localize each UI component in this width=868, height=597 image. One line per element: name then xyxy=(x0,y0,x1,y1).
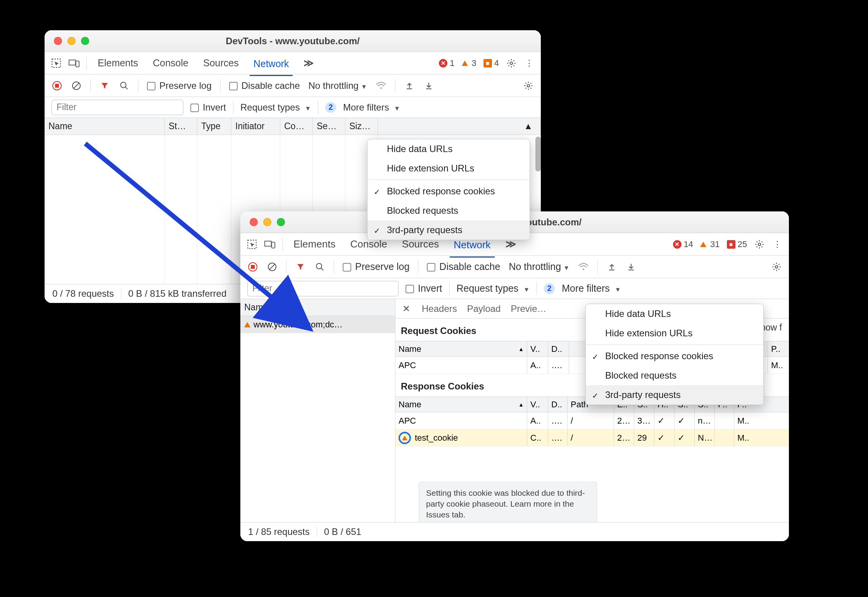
col-status[interactable]: St… xyxy=(165,118,197,135)
col-name[interactable]: Name▲ xyxy=(395,341,527,356)
svg-line-24 xyxy=(85,144,306,326)
tab-headers[interactable]: Headers xyxy=(422,303,457,314)
cookie-row[interactable]: APC A.. …. / 2… 3… ✓ ✓ n… M.. xyxy=(395,412,789,429)
filter-icon[interactable] xyxy=(99,80,110,91)
invert-checkbox[interactable]: Invert xyxy=(406,283,442,294)
throttle-label: No throttling xyxy=(509,261,561,272)
menu-3rd-party-requests[interactable]: ✓3rd-party requests xyxy=(368,220,530,240)
menu-blocked-requests[interactable]: Blocked requests xyxy=(586,366,763,385)
col-value[interactable]: V.. xyxy=(527,341,548,356)
clear-icon[interactable] xyxy=(71,80,82,91)
col-name[interactable]: Name xyxy=(45,118,165,135)
close-details-icon[interactable]: ✕ xyxy=(401,303,412,314)
settings-gear-icon[interactable] xyxy=(771,261,782,272)
settings-gear-icon[interactable] xyxy=(523,80,534,91)
inspect-icon[interactable] xyxy=(51,58,62,69)
cookie-secure: ✓ xyxy=(675,412,695,429)
col-size[interactable]: Siz… xyxy=(345,118,378,135)
invert-checkbox[interactable]: Invert xyxy=(190,102,226,113)
cookie-size: 3… xyxy=(634,412,654,429)
close-window-icon[interactable] xyxy=(54,37,62,45)
menu-item-label: 3rd-party requests xyxy=(605,389,681,400)
tabs-overflow[interactable]: ≫ xyxy=(300,55,318,71)
col-name[interactable]: Name▲ xyxy=(395,397,527,412)
menu-item-label: Hide extension URLs xyxy=(605,328,692,338)
cookie-httponly: ✓ xyxy=(654,429,675,446)
preserve-log-label: Preserve log xyxy=(355,261,409,272)
upload-icon[interactable] xyxy=(606,261,617,272)
more-filters-dropdown[interactable]: More filters ▼ xyxy=(343,102,400,113)
col-extra2[interactable]: P.. xyxy=(768,341,789,356)
throttle-dropdown[interactable]: No throttling▼ xyxy=(308,80,367,91)
menu-hide-data-urls[interactable]: Hide data URLs xyxy=(586,304,763,324)
invert-label: Invert xyxy=(203,102,226,112)
menu-blocked-response-cookies[interactable]: ✓Blocked response cookies xyxy=(368,182,530,201)
menu-hide-extension-urls[interactable]: Hide extension URLs xyxy=(368,159,530,178)
more-icon[interactable]: ⋮ xyxy=(524,58,535,69)
network-table-header[interactable]: Name St… Type Initiator Co… Se… Siz… ▲ xyxy=(45,118,541,135)
gear-icon[interactable] xyxy=(506,58,517,69)
more-filters-dropdown[interactable]: More filters ▼ xyxy=(562,283,621,294)
request-types-dropdown[interactable]: Request types ▼ xyxy=(240,102,311,113)
col-type[interactable]: Type xyxy=(197,118,231,135)
more-filters-menu[interactable]: Hide data URLs Hide extension URLs ✓Bloc… xyxy=(585,304,764,405)
menu-item-label: Blocked response cookies xyxy=(387,186,495,196)
col-waterfall[interactable]: ▲ xyxy=(378,118,541,135)
col-domain[interactable]: D.. xyxy=(548,341,569,356)
cookie-name: APC xyxy=(395,412,527,429)
more-filters-menu[interactable]: Hide data URLs Hide extension URLs ✓Bloc… xyxy=(367,139,530,240)
disable-cache-checkbox[interactable]: Disable cache xyxy=(229,80,300,91)
menu-blocked-response-cookies[interactable]: ✓Blocked response cookies xyxy=(586,346,763,366)
preserve-log-checkbox[interactable]: Preserve log xyxy=(147,80,212,91)
menu-blocked-requests[interactable]: Blocked requests xyxy=(368,201,530,220)
col-domain[interactable]: D.. xyxy=(548,397,568,412)
gear-icon[interactable] xyxy=(754,239,765,250)
col-se[interactable]: Se… xyxy=(313,118,345,135)
filter-input[interactable] xyxy=(52,100,183,115)
tab-console[interactable]: Console xyxy=(149,55,192,71)
menu-hide-extension-urls[interactable]: Hide extension URLs xyxy=(586,324,763,343)
device-toggle-icon[interactable] xyxy=(69,58,79,69)
svg-point-10 xyxy=(380,87,382,89)
error-count-value: 14 xyxy=(684,239,693,249)
tab-network[interactable]: Network xyxy=(250,56,293,76)
request-types-dropdown[interactable]: Request types ▼ xyxy=(457,283,530,294)
traffic-lights[interactable] xyxy=(54,37,89,45)
maximize-window-icon[interactable] xyxy=(81,37,89,45)
separator xyxy=(86,57,87,70)
warning-count[interactable]: 3 xyxy=(462,58,476,68)
wifi-icon[interactable] xyxy=(376,80,387,91)
download-icon[interactable] xyxy=(423,80,434,91)
cookie-size: 29 xyxy=(634,429,654,446)
cookie-row-blocked[interactable]: test_cookie C.. …. / 2… 29 ✓ ✓ N… M.. xyxy=(395,429,789,446)
disable-cache-checkbox[interactable]: Disable cache xyxy=(427,261,500,272)
tab-sources[interactable]: Sources xyxy=(199,55,243,71)
col-initiator[interactable]: Initiator xyxy=(231,118,280,135)
info-count[interactable]: ■4 xyxy=(483,58,499,68)
error-count[interactable]: ✕14 xyxy=(673,239,693,249)
search-icon[interactable] xyxy=(119,80,129,91)
blocked-cookie-tooltip: Setting this cookie was blocked due to t… xyxy=(419,482,597,522)
info-count[interactable]: ■25 xyxy=(727,239,747,249)
col-value[interactable]: V.. xyxy=(527,397,548,412)
more-icon[interactable]: ⋮ xyxy=(772,239,783,250)
titlebar[interactable]: DevTools - www.youtube.com/ xyxy=(45,30,541,52)
cookie-name: APC xyxy=(395,357,527,374)
tab-preview[interactable]: Previe… xyxy=(511,303,546,314)
tab-payload[interactable]: Payload xyxy=(467,303,501,314)
menu-3rd-party-requests[interactable]: ✓3rd-party requests xyxy=(586,385,763,405)
warning-count[interactable]: 31 xyxy=(700,239,720,249)
menu-hide-data-urls[interactable]: Hide data URLs xyxy=(368,139,530,159)
preserve-log-checkbox[interactable]: Preserve log xyxy=(343,261,409,272)
record-icon[interactable] xyxy=(52,80,62,91)
upload-icon[interactable] xyxy=(404,80,415,91)
cookie-expires: 2… xyxy=(614,429,634,446)
download-icon[interactable] xyxy=(626,261,637,272)
minimize-window-icon[interactable] xyxy=(67,37,76,45)
col-co[interactable]: Co… xyxy=(280,118,313,135)
wifi-icon[interactable] xyxy=(578,261,589,272)
error-count[interactable]: ✕1 xyxy=(439,58,454,68)
check-icon: ✓ xyxy=(374,225,380,237)
throttle-dropdown[interactable]: No throttling▼ xyxy=(509,261,569,272)
tab-elements[interactable]: Elements xyxy=(94,55,142,71)
